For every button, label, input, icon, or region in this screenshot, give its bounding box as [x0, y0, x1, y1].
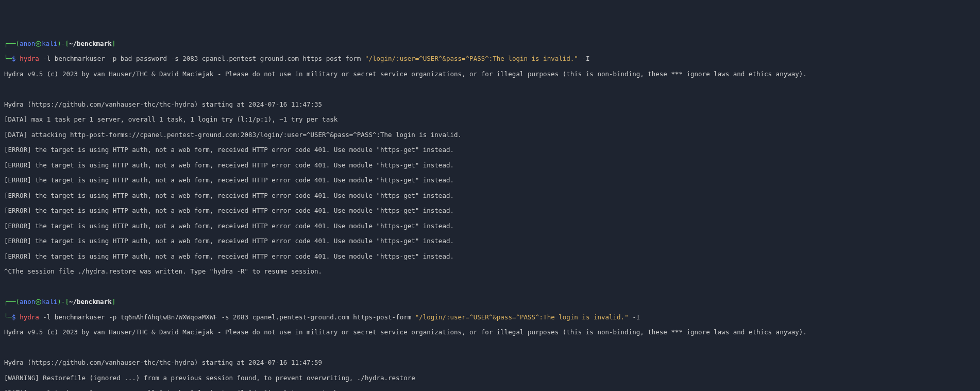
prompt-line1: ┌──(anon㉿kali)-[~/benckmark]	[4, 40, 976, 48]
output-line: [DATA] attacking http-post-forms://cpane…	[4, 131, 976, 139]
blank	[4, 344, 976, 352]
output-line: ^CThe session file ./hydra.restore was w…	[4, 268, 976, 276]
blank	[4, 283, 976, 291]
prompt-line2: └─$ hydra -l benchmarkuser -p tq6nAhfAhq…	[4, 314, 976, 321]
terminal-output[interactable]: ┌──(anon㉿kali)-[~/benckmark] └─$ hydra -…	[4, 32, 976, 391]
banner: Hydra v9.5 (c) 2023 by van Hauser/THC & …	[4, 329, 976, 336]
output-line: [WARNING] Restorefile (ignored ...) from…	[4, 375, 976, 382]
error-line: [ERROR] the target is using HTTP auth, n…	[4, 207, 976, 215]
prompt-line2: └─$ hydra -l benchmarkuser -p bad-passwo…	[4, 55, 976, 63]
error-line: [ERROR] the target is using HTTP auth, n…	[4, 162, 976, 169]
output-line: Hydra (https://github.com/vanhauser-thc/…	[4, 359, 976, 367]
error-line: [ERROR] the target is using HTTP auth, n…	[4, 146, 976, 154]
error-line: [ERROR] the target is using HTTP auth, n…	[4, 223, 976, 230]
error-line: [ERROR] the target is using HTTP auth, n…	[4, 237, 976, 245]
output-line: Hydra (https://github.com/vanhauser-thc/…	[4, 101, 976, 109]
error-line: [ERROR] the target is using HTTP auth, n…	[4, 253, 976, 261]
error-line: [ERROR] the target is using HTTP auth, n…	[4, 192, 976, 200]
output-line: [DATA] max 1 task per 1 server, overall …	[4, 116, 976, 124]
error-line: [ERROR] the target is using HTTP auth, n…	[4, 177, 976, 184]
banner: Hydra v9.5 (c) 2023 by van Hauser/THC & …	[4, 71, 976, 78]
prompt-line1: ┌──(anon㉿kali)-[~/benckmark]	[4, 298, 976, 306]
blank	[4, 86, 976, 93]
